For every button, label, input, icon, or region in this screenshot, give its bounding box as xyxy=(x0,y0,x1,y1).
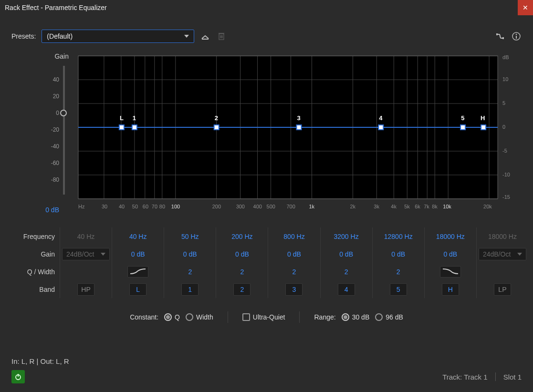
x-tick: 40 xyxy=(119,204,125,209)
x-tick: 6k xyxy=(415,204,420,209)
freq-HP[interactable]: 40 Hz xyxy=(60,227,112,245)
x-tick: 500 xyxy=(267,204,275,209)
x-tick: 8k xyxy=(432,204,438,209)
gain-tick--20: -20 xyxy=(51,126,59,133)
presets-select[interactable]: (Default) xyxy=(42,30,194,43)
band-cell-1: 1 xyxy=(164,280,216,298)
svg-text:1: 1 xyxy=(133,114,136,122)
gain-5[interactable]: 0 dB xyxy=(372,245,424,263)
save-preset-button[interactable] xyxy=(200,31,210,41)
band-toggle-2[interactable]: 2 xyxy=(233,283,251,296)
radio-constant-q[interactable]: Q xyxy=(164,313,180,321)
x-tick: 60 xyxy=(143,204,148,209)
band-toggle-1[interactable]: 1 xyxy=(181,283,199,296)
band-cell-LP: LP xyxy=(476,280,528,298)
q-2[interactable]: 2 xyxy=(216,263,268,280)
divider xyxy=(299,311,300,323)
gain-H[interactable]: 0 dB xyxy=(424,245,476,263)
gain-2[interactable]: 0 dB xyxy=(216,245,268,263)
info-icon xyxy=(512,31,521,41)
gain-3[interactable]: 0 dB xyxy=(268,245,320,263)
row-gain: Gain 24dB/Oct 0 dB 0 dB 0 dB 0 dB 0 dB 0… xyxy=(5,245,528,263)
row-label-band: Band xyxy=(5,286,60,293)
svg-rect-0 xyxy=(202,39,209,40)
power-toggle[interactable] xyxy=(11,370,25,383)
presets-selected: (Default) xyxy=(47,32,73,40)
master-gain-readout[interactable]: 0 dB xyxy=(45,206,59,214)
q-3[interactable]: 2 xyxy=(268,263,320,280)
freq-4[interactable]: 3200 Hz xyxy=(320,227,372,245)
svg-rect-42 xyxy=(119,125,124,130)
checkbox-ultra-quiet[interactable]: Ultra-Quiet xyxy=(242,313,285,321)
radio-range-96[interactable]: 96 dB xyxy=(375,313,403,321)
close-button[interactable]: ✕ xyxy=(518,0,533,15)
gain-4[interactable]: 0 dB xyxy=(320,245,372,263)
band-cell-2: 2 xyxy=(216,280,268,298)
info-button[interactable] xyxy=(511,31,522,41)
band-cell-4: 4 xyxy=(320,280,372,298)
slope-HP-value: 24dB/Oct xyxy=(66,250,94,258)
master-gain-handle[interactable] xyxy=(60,110,67,116)
gain-1[interactable]: 0 dB xyxy=(164,245,216,263)
y-tick--10: -10 xyxy=(502,172,510,177)
band-toggle-H[interactable]: H xyxy=(442,283,459,296)
q-L[interactable] xyxy=(112,263,164,280)
freq-L[interactable]: 40 Hz xyxy=(112,227,164,245)
band-toggle-5[interactable]: 5 xyxy=(390,283,407,296)
svg-rect-5 xyxy=(219,33,224,34)
save-preset-icon xyxy=(201,32,209,41)
slope-LP[interactable]: 24dB/Oct xyxy=(476,245,528,263)
gain-column-label: Gain xyxy=(54,52,69,60)
x-tick: 700 xyxy=(287,204,295,209)
svg-text:L: L xyxy=(120,114,124,122)
trash-icon xyxy=(218,32,225,41)
q-4[interactable]: 2 xyxy=(320,263,372,280)
radio-label-96db: 96 dB xyxy=(386,313,403,321)
band-toggle-L[interactable]: L xyxy=(129,283,146,296)
q-5[interactable]: 2 xyxy=(372,263,424,280)
radio-range-30[interactable]: 30 dB xyxy=(342,313,370,321)
radio-constant-width[interactable]: Width xyxy=(186,313,213,321)
slope-HP[interactable]: 24dB/Oct xyxy=(60,245,112,263)
eq-graph[interactable]: dB 10 5 0 -5 -10 -15 Hz 30 40 50 60 70 8… xyxy=(73,53,522,218)
x-tick: 50 xyxy=(132,204,138,209)
band-toggle-3[interactable]: 3 xyxy=(285,283,303,296)
freq-LP[interactable]: 18000 Hz xyxy=(476,227,528,245)
x-tick: 3k xyxy=(374,204,379,209)
slope-LP-value: 24dB/Oct xyxy=(483,250,511,258)
close-icon: ✕ xyxy=(523,4,528,11)
svg-rect-50 xyxy=(378,125,383,130)
freq-H[interactable]: 18000 Hz xyxy=(424,227,476,245)
chevron-down-icon xyxy=(184,35,189,38)
band-toggle-4[interactable]: 4 xyxy=(338,283,355,296)
band-toggle-HP[interactable]: HP xyxy=(77,283,94,296)
band-toggle-LP[interactable]: LP xyxy=(494,283,511,296)
q-1[interactable]: 2 xyxy=(164,263,216,280)
radio-icon xyxy=(186,313,193,321)
master-gain-slider-track[interactable] xyxy=(63,66,65,195)
row-frequency: Frequency 40 Hz 40 Hz 50 Hz 200 Hz 800 H… xyxy=(5,227,528,245)
svg-rect-54 xyxy=(481,125,486,130)
slot-name: Slot 1 xyxy=(503,373,522,381)
gain-tick--80: -80 xyxy=(51,176,59,183)
radio-icon xyxy=(342,313,349,321)
freq-1[interactable]: 50 Hz xyxy=(164,227,216,245)
x-tick: 5k xyxy=(404,204,410,209)
presets-row: Presets: (Default) xyxy=(0,15,533,53)
high-shelf-icon xyxy=(440,266,461,278)
power-icon xyxy=(14,373,22,381)
freq-5[interactable]: 12800 Hz xyxy=(372,227,424,245)
band-cell-H: H xyxy=(424,280,476,298)
radio-icon xyxy=(164,313,172,321)
x-tick: 20k xyxy=(483,204,492,209)
svg-text:3: 3 xyxy=(297,114,301,122)
gain-tick-0: 0 xyxy=(56,110,59,116)
route-button[interactable] xyxy=(495,31,505,41)
svg-rect-44 xyxy=(132,125,137,130)
freq-2[interactable]: 200 Hz xyxy=(216,227,268,245)
q-HP xyxy=(60,263,112,280)
gain-L[interactable]: 0 dB xyxy=(112,245,164,263)
q-H[interactable] xyxy=(424,263,476,280)
delete-preset-button xyxy=(216,31,227,41)
freq-3[interactable]: 800 Hz xyxy=(268,227,320,245)
